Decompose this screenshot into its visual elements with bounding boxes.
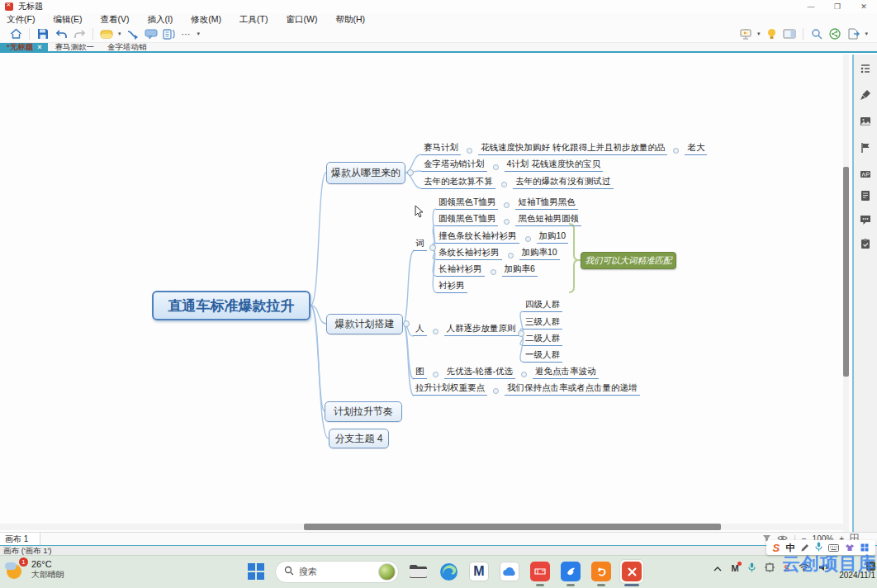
callout-icon[interactable] bbox=[142, 26, 160, 41]
panel-icon[interactable] bbox=[780, 26, 799, 41]
tray-wifi-icon[interactable] bbox=[799, 563, 809, 573]
outline-icon[interactable] bbox=[860, 63, 871, 74]
taskbar-edge-icon[interactable] bbox=[437, 560, 460, 583]
node-label[interactable]: 先优选-轮播-优选 bbox=[444, 366, 516, 379]
node-label[interactable]: 二级人群 bbox=[523, 333, 562, 346]
relationship-icon[interactable] bbox=[124, 26, 142, 41]
node-label[interactable]: 人群逐步放量原则 bbox=[444, 323, 519, 336]
collapse-dot-icon[interactable] bbox=[673, 148, 679, 154]
collapse-dot-icon[interactable] bbox=[433, 329, 438, 334]
ime-lang-toggle[interactable]: 中 bbox=[785, 542, 794, 554]
search-highlight-avatar[interactable] bbox=[378, 563, 396, 581]
tab-jinzita[interactable]: 金字塔动销 bbox=[101, 43, 154, 51]
tray-snip-icon[interactable] bbox=[765, 562, 775, 574]
taskbar-clock[interactable]: 5 2024/11/1 bbox=[839, 561, 875, 580]
minimize-button[interactable]: — bbox=[798, 0, 824, 13]
canvas-tab[interactable]: 画布 1 bbox=[0, 533, 40, 545]
more-tools-icon[interactable]: ⋯ bbox=[182, 29, 192, 40]
menu-view[interactable]: 查看(V) bbox=[100, 14, 129, 26]
node-label[interactable]: 赛马计划 bbox=[421, 142, 461, 155]
menu-help[interactable]: 帮助(H) bbox=[335, 14, 365, 26]
collapse-dot-icon[interactable] bbox=[521, 372, 527, 377]
taskbar-xiaohongshu-icon[interactable] bbox=[529, 560, 552, 583]
tray-mindmaster-icon[interactable]: M bbox=[731, 563, 738, 573]
people-row[interactable]: 人 人群逐步放量原则 bbox=[413, 323, 519, 336]
branch-rhythm[interactable]: 计划拉升节奏 bbox=[325, 401, 402, 422]
ime-mic-icon[interactable] bbox=[815, 540, 822, 555]
note-icon[interactable] bbox=[860, 190, 871, 202]
node-label[interactable]: 一级人群 bbox=[523, 349, 562, 363]
save-icon[interactable] bbox=[34, 26, 52, 41]
taskbar-active-app-icon[interactable] bbox=[620, 560, 643, 583]
taskbar-mindmaster-icon[interactable]: M bbox=[467, 560, 491, 583]
node-label[interactable]: 加购率6 bbox=[502, 263, 538, 277]
mindmap-canvas[interactable]: 直通车标准爆款拉升 爆款从哪里来的 爆款计划搭建 计划拉升节奏 分支主题 4 赛… bbox=[0, 55, 853, 532]
node-label[interactable]: 撞色条纹长袖衬衫男 bbox=[436, 230, 519, 244]
collapse-dot-icon[interactable] bbox=[501, 182, 507, 187]
tab-untitled[interactable]: *无标题 × bbox=[0, 43, 48, 51]
taskbar-cloud-icon[interactable] bbox=[498, 560, 521, 583]
maximize-button[interactable]: ❐ bbox=[824, 0, 851, 13]
collapse-dot-icon[interactable] bbox=[493, 164, 499, 170]
taskbar-taobao-icon[interactable] bbox=[590, 560, 613, 583]
branch-plan[interactable]: 爆款计划搭建 bbox=[326, 314, 403, 334]
slideshow-caret-icon[interactable]: ▾ bbox=[757, 31, 761, 37]
node-label[interactable]: 图 bbox=[413, 366, 427, 379]
node-label[interactable]: 三级人群 bbox=[523, 316, 562, 330]
collapse-dot-icon[interactable] bbox=[433, 372, 438, 377]
vertical-scrollbar[interactable] bbox=[843, 55, 849, 532]
tray-volume-mute-icon[interactable] bbox=[818, 563, 829, 573]
node-label[interactable]: 拉升计划权重要点 bbox=[413, 382, 487, 396]
ime-skin-icon[interactable] bbox=[845, 540, 855, 555]
node-label[interactable]: 条纹长袖衬衫男 bbox=[436, 247, 502, 260]
task-icon[interactable] bbox=[860, 238, 871, 249]
node-label[interactable]: 黑色短袖男圆领 bbox=[515, 213, 581, 226]
collapse-dot-icon[interactable] bbox=[504, 219, 510, 225]
export-caret-icon[interactable]: ▾ bbox=[865, 31, 868, 37]
people-level-4[interactable]: 四级人群 bbox=[523, 299, 562, 312]
collapse-dot-icon[interactable] bbox=[467, 148, 472, 154]
ime-pen-icon[interactable] bbox=[801, 540, 809, 555]
tray-sogou-icon[interactable]: S bbox=[784, 563, 789, 573]
vertical-scrollbar-thumb[interactable] bbox=[843, 167, 849, 377]
menu-tools[interactable]: 工具(T) bbox=[239, 14, 268, 26]
weather-widget[interactable]: 1 26°C 大部晴朗 bbox=[5, 559, 64, 581]
redo-icon[interactable] bbox=[70, 26, 88, 41]
node-label[interactable]: 加购10 bbox=[537, 230, 569, 244]
people-level-2[interactable]: 二级人群 bbox=[523, 333, 562, 346]
export-icon[interactable] bbox=[844, 26, 862, 41]
format-brush-icon[interactable] bbox=[860, 89, 871, 101]
taskbar-search[interactable]: 搜索 bbox=[275, 561, 399, 583]
source-row-2[interactable]: 金字塔动销计划 4计划 花钱速度快的宝贝 bbox=[421, 159, 603, 172]
node-label[interactable]: 避免点击率波动 bbox=[533, 366, 599, 379]
start-button[interactable] bbox=[244, 560, 268, 583]
tab-close-icon[interactable]: × bbox=[37, 43, 41, 51]
people-level-3[interactable]: 三级人群 bbox=[523, 316, 562, 330]
node-label[interactable]: 加购率10 bbox=[519, 247, 560, 260]
tray-chevron-icon[interactable] bbox=[713, 563, 722, 573]
node-label[interactable]: 4计划 花钱速度快的宝贝 bbox=[505, 159, 604, 172]
node-label[interactable]: 老大 bbox=[685, 142, 707, 155]
node-label[interactable]: 去年的老款算不算 bbox=[421, 176, 495, 189]
menu-modify[interactable]: 修改(M) bbox=[191, 14, 221, 26]
comment-icon[interactable] bbox=[860, 214, 871, 225]
topic-caret-icon[interactable]: ▾ bbox=[118, 31, 121, 37]
collapse-dot-icon[interactable] bbox=[504, 202, 510, 208]
close-button[interactable]: ✕ bbox=[851, 0, 877, 13]
branch-topic4[interactable]: 分支主题 4 bbox=[329, 429, 389, 448]
source-row-1[interactable]: 赛马计划 花钱速度快加购好 转化跟得上并且初步放量的品 老大 bbox=[421, 142, 707, 155]
node-label[interactable]: 花钱速度快加购好 转化跟得上并且初步放量的品 bbox=[478, 142, 667, 155]
callout-note[interactable]: 我们可以大词精准匹配 bbox=[581, 252, 676, 269]
node-label[interactable]: 衬衫男 bbox=[436, 280, 467, 293]
picture-row[interactable]: 图 先优选-轮播-优选 避免点击率波动 bbox=[413, 366, 599, 379]
insert-topic-icon[interactable] bbox=[97, 26, 116, 41]
sogou-logo-icon[interactable]: S bbox=[773, 542, 780, 554]
people-level-1[interactable]: 一级人群 bbox=[523, 349, 562, 363]
horizontal-scrollbar-thumb[interactable] bbox=[304, 524, 721, 530]
collapse-dot-icon[interactable] bbox=[493, 388, 499, 394]
ime-keyboard-icon[interactable] bbox=[828, 540, 839, 555]
undo-icon[interactable] bbox=[52, 26, 70, 41]
word-row-3[interactable]: 撞色条纹长袖衬衫男 加购10 bbox=[436, 230, 568, 244]
taskbar-explorer-icon[interactable] bbox=[406, 560, 429, 583]
search-icon[interactable] bbox=[808, 26, 826, 41]
